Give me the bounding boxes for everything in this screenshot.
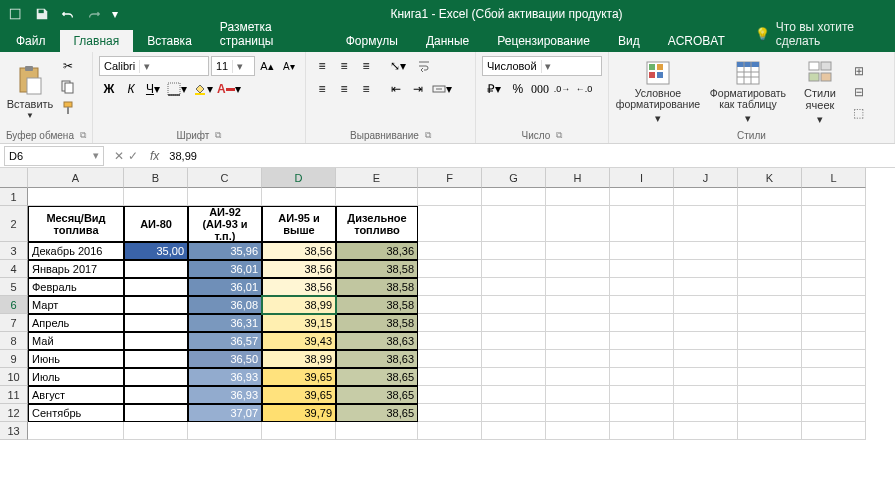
cell[interactable]: 36,50: [188, 350, 262, 368]
cell[interactable]: АИ-92 (АИ-93 и т.п.): [188, 206, 262, 242]
align-middle-icon[interactable]: ≡: [334, 56, 354, 76]
cell[interactable]: [482, 350, 546, 368]
cell[interactable]: 38,65: [336, 386, 418, 404]
fx-icon[interactable]: fx: [144, 149, 165, 163]
merge-center-icon[interactable]: ▾: [430, 79, 454, 99]
cell[interactable]: Март: [28, 296, 124, 314]
cell[interactable]: 39,65: [262, 368, 336, 386]
outdent-icon[interactable]: ⇤: [386, 79, 406, 99]
cell[interactable]: [262, 422, 336, 440]
copy-icon[interactable]: [58, 77, 78, 97]
cell[interactable]: [738, 278, 802, 296]
cell[interactable]: 38,63: [336, 350, 418, 368]
row-header[interactable]: 10: [0, 368, 28, 386]
row-header[interactable]: 6: [0, 296, 28, 314]
number-launcher-icon[interactable]: ⧉: [556, 130, 562, 141]
align-left-icon[interactable]: ≡: [312, 79, 332, 99]
conditional-formatting-button[interactable]: Условное форматирование▾: [615, 56, 701, 128]
cell[interactable]: [418, 368, 482, 386]
cell[interactable]: Сентябрь: [28, 404, 124, 422]
percent-icon[interactable]: %: [508, 79, 528, 99]
cell-styles-button[interactable]: Стили ячеек▾: [795, 56, 845, 128]
cell[interactable]: [738, 188, 802, 206]
row-header[interactable]: 4: [0, 260, 28, 278]
qat-customize-icon[interactable]: ▾: [108, 3, 122, 25]
cell[interactable]: [28, 422, 124, 440]
cell[interactable]: [674, 296, 738, 314]
cell[interactable]: [674, 386, 738, 404]
row-header[interactable]: 13: [0, 422, 28, 440]
cell[interactable]: [482, 206, 546, 242]
cell[interactable]: [482, 422, 546, 440]
cell[interactable]: Июль: [28, 368, 124, 386]
cell[interactable]: [188, 188, 262, 206]
column-header[interactable]: K: [738, 168, 802, 188]
tab-data[interactable]: Данные: [412, 30, 483, 52]
cell[interactable]: [738, 368, 802, 386]
row-header[interactable]: 5: [0, 278, 28, 296]
currency-icon[interactable]: ₽▾: [482, 79, 506, 99]
cell[interactable]: [418, 314, 482, 332]
cell[interactable]: 39,43: [262, 332, 336, 350]
cell[interactable]: 38,56: [262, 278, 336, 296]
cell[interactable]: [674, 278, 738, 296]
italic-button[interactable]: К: [121, 79, 141, 99]
row-header[interactable]: 9: [0, 350, 28, 368]
column-header[interactable]: L: [802, 168, 866, 188]
cell[interactable]: [482, 332, 546, 350]
cell[interactable]: Январь 2017: [28, 260, 124, 278]
cell[interactable]: [610, 368, 674, 386]
row-header[interactable]: 1: [0, 188, 28, 206]
cell[interactable]: [546, 404, 610, 422]
cell[interactable]: [418, 260, 482, 278]
row-header[interactable]: 11: [0, 386, 28, 404]
cell[interactable]: [674, 350, 738, 368]
cell[interactable]: 38,65: [336, 404, 418, 422]
tab-layout[interactable]: Разметка страницы: [206, 16, 332, 52]
cell[interactable]: 38,58: [336, 314, 418, 332]
cell[interactable]: [674, 368, 738, 386]
font-launcher-icon[interactable]: ⧉: [215, 130, 221, 141]
column-header[interactable]: G: [482, 168, 546, 188]
cell[interactable]: [482, 242, 546, 260]
cell[interactable]: [418, 422, 482, 440]
column-header[interactable]: B: [124, 168, 188, 188]
cell[interactable]: 38,56: [262, 242, 336, 260]
font-name-combo[interactable]: Calibri▾: [99, 56, 209, 76]
cell[interactable]: [482, 314, 546, 332]
cell[interactable]: [610, 332, 674, 350]
enter-formula-icon[interactable]: ✓: [128, 149, 138, 163]
cell[interactable]: 38,58: [336, 260, 418, 278]
cell[interactable]: [802, 242, 866, 260]
cell[interactable]: [124, 422, 188, 440]
align-center-icon[interactable]: ≡: [334, 79, 354, 99]
cell[interactable]: [802, 422, 866, 440]
cell[interactable]: 35,96: [188, 242, 262, 260]
cell[interactable]: [546, 296, 610, 314]
align-bottom-icon[interactable]: ≡: [356, 56, 376, 76]
undo-icon[interactable]: [56, 3, 80, 25]
cell[interactable]: 39,79: [262, 404, 336, 422]
cell[interactable]: Апрель: [28, 314, 124, 332]
row-header[interactable]: 7: [0, 314, 28, 332]
row-header[interactable]: 12: [0, 404, 28, 422]
cell[interactable]: [124, 404, 188, 422]
cell[interactable]: 38,65: [336, 368, 418, 386]
cell[interactable]: [418, 350, 482, 368]
cell[interactable]: [802, 386, 866, 404]
cell[interactable]: [674, 314, 738, 332]
cell[interactable]: [124, 350, 188, 368]
increase-decimal-icon[interactable]: .0→: [552, 79, 572, 99]
cell[interactable]: [482, 296, 546, 314]
cell[interactable]: [674, 422, 738, 440]
cell[interactable]: [610, 278, 674, 296]
cell[interactable]: [738, 350, 802, 368]
cell[interactable]: [482, 386, 546, 404]
cell[interactable]: [124, 278, 188, 296]
cell[interactable]: [482, 188, 546, 206]
cell[interactable]: 36,08: [188, 296, 262, 314]
cell[interactable]: [418, 278, 482, 296]
cell[interactable]: [124, 260, 188, 278]
cell[interactable]: 38,99: [262, 350, 336, 368]
column-header[interactable]: F: [418, 168, 482, 188]
